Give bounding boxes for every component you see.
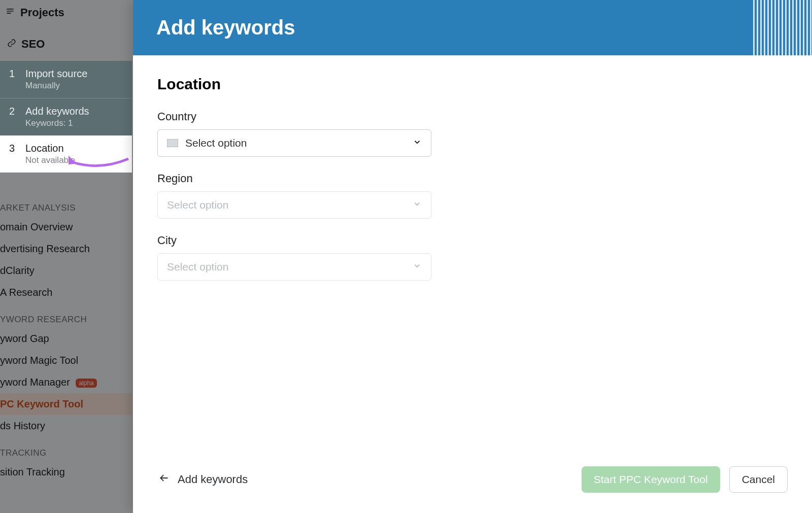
wizard-step-sub: Not available bbox=[25, 155, 75, 165]
wizard-step-num: 3 bbox=[9, 143, 16, 165]
header-decoration bbox=[751, 0, 812, 55]
wizard-step-sub: Manually bbox=[25, 81, 87, 91]
wizard-step-num: 2 bbox=[9, 106, 16, 128]
wizard-step-title: Import source bbox=[25, 68, 87, 80]
region-select: Select option bbox=[157, 191, 431, 219]
chevron-down-icon bbox=[413, 199, 422, 211]
modal-footer: Add keywords Start PPC Keyword Tool Canc… bbox=[133, 453, 812, 513]
chevron-down-icon bbox=[413, 261, 422, 273]
wizard-step-3[interactable]: 3 Location Not available bbox=[0, 135, 132, 173]
wizard-step-title: Location bbox=[25, 143, 75, 154]
back-button[interactable]: Add keywords bbox=[157, 473, 248, 486]
modal-title: Add keywords bbox=[156, 16, 295, 39]
section-title: Location bbox=[157, 76, 788, 93]
wizard-step-2[interactable]: 2 Add keywords Keywords: 1 bbox=[0, 98, 132, 135]
modal-header: Add keywords bbox=[133, 0, 812, 55]
city-select: Select option bbox=[157, 253, 431, 281]
start-ppc-keyword-tool-button[interactable]: Start PPC Keyword Tool bbox=[582, 466, 720, 493]
select-placeholder: Select option bbox=[167, 261, 413, 273]
wizard-step-num: 1 bbox=[9, 68, 16, 91]
back-label: Add keywords bbox=[178, 473, 248, 486]
select-placeholder: Select option bbox=[185, 137, 413, 149]
chevron-down-icon bbox=[413, 137, 422, 149]
country-label: Country bbox=[157, 110, 431, 123]
wizard-steps: 1 Import source Manually 2 Add keywords … bbox=[0, 61, 132, 173]
add-keywords-modal: Add keywords Location Country Select opt… bbox=[133, 0, 812, 513]
wizard-step-sub: Keywords: 1 bbox=[25, 118, 89, 128]
cancel-button[interactable]: Cancel bbox=[729, 466, 788, 493]
modal-body: Location Country Select option Region Se… bbox=[133, 55, 812, 453]
select-placeholder: Select option bbox=[167, 199, 413, 211]
city-label: City bbox=[157, 234, 431, 247]
field-region: Region Select option bbox=[157, 172, 431, 219]
wizard-step-1[interactable]: 1 Import source Manually bbox=[0, 61, 132, 98]
field-city: City Select option bbox=[157, 234, 431, 281]
region-label: Region bbox=[157, 172, 431, 185]
flag-icon bbox=[167, 139, 178, 147]
country-select[interactable]: Select option bbox=[157, 129, 431, 157]
arrow-left-icon bbox=[157, 473, 171, 486]
field-country: Country Select option bbox=[157, 110, 431, 157]
wizard-step-title: Add keywords bbox=[25, 106, 89, 117]
